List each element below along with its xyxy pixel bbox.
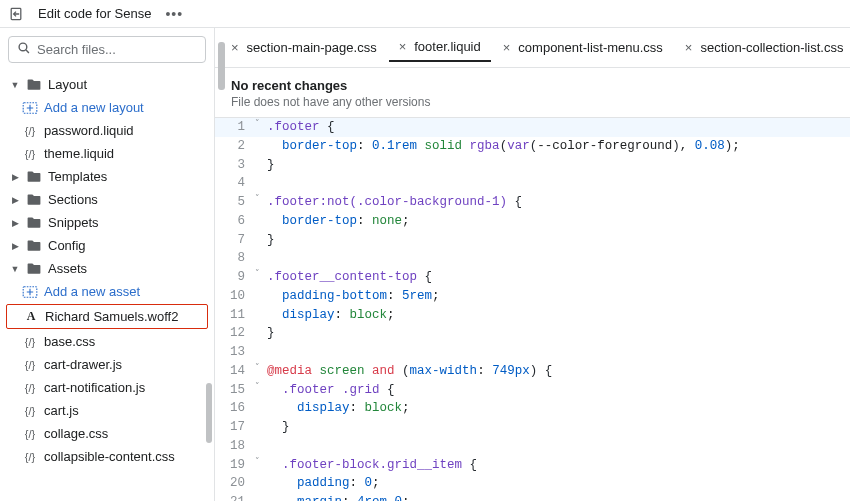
folder-assets[interactable]: Assets (0, 257, 214, 280)
chevron-icon[interactable] (10, 241, 20, 251)
sidebar-scrollbar[interactable] (206, 73, 212, 493)
file-item[interactable]: ARichard Samuels.woff2 (6, 304, 208, 329)
code-line[interactable]: 21 margin: 4rem 0; (215, 493, 850, 501)
tab-label: section-collection-list.css (700, 40, 843, 55)
file-item[interactable]: {/}cart-drawer.js (0, 353, 214, 376)
code-line[interactable]: 13 (215, 343, 850, 362)
code-line[interactable]: 11 display: block; (215, 306, 850, 325)
code-text (267, 437, 850, 456)
file-label: collapsible-content.css (44, 449, 175, 464)
file-item[interactable]: {/}cart-notification.js (0, 376, 214, 399)
file-item[interactable]: {/}password.liquid (0, 119, 214, 142)
line-number: 6 (215, 212, 255, 231)
fold-icon (255, 399, 267, 418)
chevron-icon[interactable] (10, 80, 20, 90)
chevron-icon[interactable] (10, 172, 20, 182)
fold-icon[interactable]: ˅ (255, 362, 267, 381)
status-title: No recent changes (231, 78, 834, 93)
folder-config[interactable]: Config (0, 234, 214, 257)
tab-label: component-list-menu.css (518, 40, 663, 55)
folder-templates[interactable]: Templates (0, 165, 214, 188)
code-text: .footer-block.grid__item { (267, 456, 850, 475)
folder-label: Layout (48, 77, 87, 92)
fold-icon (255, 231, 267, 250)
code-line[interactable]: 4 (215, 174, 850, 193)
line-number: 16 (215, 399, 255, 418)
code-line[interactable]: 7} (215, 231, 850, 250)
fold-icon[interactable]: ˅ (255, 381, 267, 400)
code-line[interactable]: 9˅.footer__content-top { (215, 268, 850, 287)
file-item[interactable]: {/}collapsible-content.css (0, 445, 214, 468)
code-line[interactable]: 3} (215, 156, 850, 175)
line-number: 7 (215, 231, 255, 250)
code-line[interactable]: 14˅@media screen and (max-width: 749px) … (215, 362, 850, 381)
page-title: Edit code for Sense (38, 6, 151, 21)
exit-icon[interactable] (8, 6, 24, 22)
line-number: 1 (215, 118, 255, 137)
file-item[interactable]: {/}collage.css (0, 422, 214, 445)
code-text: } (267, 418, 850, 437)
code-text: } (267, 231, 850, 250)
code-line[interactable]: 20 padding: 0; (215, 474, 850, 493)
code-editor[interactable]: 1˅.footer {2 border-top: 0.1rem solid rg… (215, 118, 850, 501)
add-link-label: Add a new layout (44, 100, 144, 115)
search-input[interactable] (37, 42, 205, 57)
code-text: @media screen and (max-width: 749px) { (267, 362, 850, 381)
code-line[interactable]: 16 display: block; (215, 399, 850, 418)
code-line[interactable]: 18 (215, 437, 850, 456)
folder-icon (26, 193, 42, 207)
chevron-icon[interactable] (10, 218, 20, 228)
fold-icon (255, 137, 267, 156)
file-label: theme.liquid (44, 146, 114, 161)
code-line[interactable]: 2 border-top: 0.1rem solid rgba(var(--co… (215, 137, 850, 156)
topbar: Edit code for Sense ••• (0, 0, 850, 28)
fold-icon[interactable]: ˅ (255, 118, 267, 137)
folder-icon (26, 78, 42, 92)
code-text: margin: 4rem 0; (267, 493, 850, 501)
tabs: ×section-main-page.css×footer.liquid×com… (215, 28, 850, 68)
line-number: 12 (215, 324, 255, 343)
code-line[interactable]: 12} (215, 324, 850, 343)
add-icon (22, 285, 38, 299)
tab[interactable]: ×section-collection-list.css (675, 34, 850, 61)
tab[interactable]: ×footer.liquid (389, 33, 491, 62)
add-new-link[interactable]: Add a new asset (0, 280, 214, 303)
fold-icon[interactable]: ˅ (255, 268, 267, 287)
code-text: .footer { (267, 118, 850, 137)
chevron-icon[interactable] (10, 195, 20, 205)
file-label: cart-drawer.js (44, 357, 122, 372)
close-icon[interactable]: × (503, 41, 511, 54)
code-icon: {/} (22, 404, 38, 418)
close-icon[interactable]: × (231, 41, 239, 54)
code-text: } (267, 156, 850, 175)
fold-icon[interactable]: ˅ (255, 456, 267, 475)
file-label: Richard Samuels.woff2 (45, 309, 178, 324)
file-item[interactable]: {/}base.css (0, 330, 214, 353)
code-text: display: block; (267, 399, 850, 418)
file-label: base.css (44, 334, 95, 349)
code-line[interactable]: 19˅ .footer-block.grid__item { (215, 456, 850, 475)
file-item[interactable]: {/}theme.liquid (0, 142, 214, 165)
more-icon[interactable]: ••• (165, 6, 183, 22)
search-input-wrap[interactable] (8, 36, 206, 63)
folder-layout[interactable]: Layout (0, 73, 214, 96)
folder-snippets[interactable]: Snippets (0, 211, 214, 234)
add-new-link[interactable]: Add a new layout (0, 96, 214, 119)
code-line[interactable]: 15˅ .footer .grid { (215, 381, 850, 400)
close-icon[interactable]: × (685, 41, 693, 54)
code-line[interactable]: 17 } (215, 418, 850, 437)
close-icon[interactable]: × (399, 40, 407, 53)
tab[interactable]: ×component-list-menu.css (493, 34, 673, 61)
code-line[interactable]: 10 padding-bottom: 5rem; (215, 287, 850, 306)
file-item[interactable]: {/}cart.js (0, 399, 214, 422)
code-line[interactable]: 5˅.footer:not(.color-background-1) { (215, 193, 850, 212)
folder-sections[interactable]: Sections (0, 188, 214, 211)
code-line[interactable]: 1˅.footer { (215, 118, 850, 137)
file-label: password.liquid (44, 123, 134, 138)
chevron-icon[interactable] (10, 264, 20, 274)
code-line[interactable]: 8 (215, 249, 850, 268)
tab[interactable]: ×section-main-page.css (221, 34, 387, 61)
code-line[interactable]: 6 border-top: none; (215, 212, 850, 231)
fold-icon[interactable]: ˅ (255, 193, 267, 212)
fold-icon (255, 249, 267, 268)
